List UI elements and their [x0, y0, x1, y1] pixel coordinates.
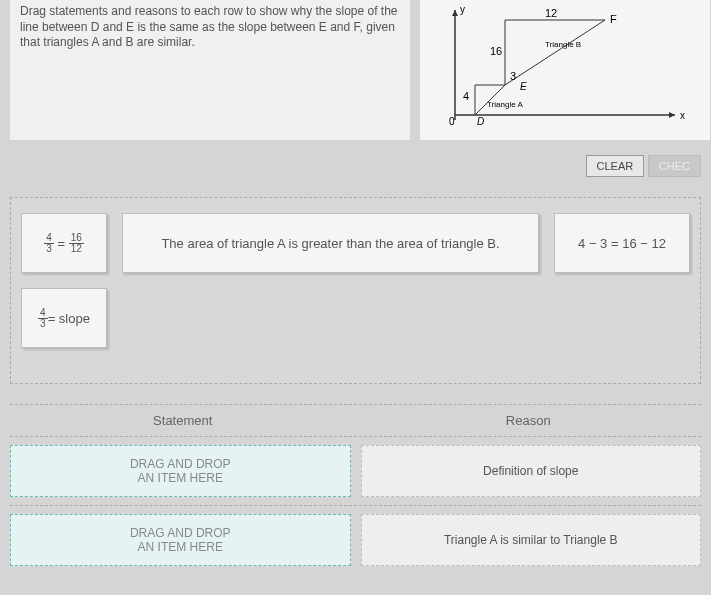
instruction-text: Drag statements and reasons to each row …: [10, 0, 410, 140]
svg-marker-1: [669, 112, 675, 118]
origin: 0: [449, 116, 455, 127]
svg-marker-3: [452, 10, 458, 16]
proof-table: Statement Reason DRAG AND DROP AN ITEM H…: [10, 404, 701, 574]
svg-line-9: [505, 20, 605, 85]
num-3: 3: [510, 70, 516, 82]
tile-area-greater[interactable]: The area of triangle A is greater than t…: [122, 213, 539, 273]
tiles-bank: 43 = 1612 The area of triangle A is grea…: [10, 197, 701, 384]
point-e: E: [520, 81, 527, 92]
point-f: F: [610, 13, 617, 25]
statement-drop-2[interactable]: DRAG AND DROP AN ITEM HERE: [10, 514, 351, 566]
tile-slope[interactable]: 43 = slope: [21, 288, 107, 348]
clear-button[interactable]: CLEAR: [586, 155, 645, 177]
tile-fraction-equals[interactable]: 43 = 1612: [21, 213, 107, 273]
check-button[interactable]: CHEC: [648, 155, 701, 177]
point-d: D: [477, 116, 484, 127]
tile-subtraction-eq[interactable]: 4 − 3 = 16 − 12: [554, 213, 690, 273]
reason-header: Reason: [356, 405, 702, 436]
diagram: y x 12 F 16 3 E 4 D 0 Triangle A Triangl…: [420, 0, 710, 140]
num-16: 16: [490, 45, 502, 57]
reason-cell-1[interactable]: Definition of slope: [361, 445, 702, 497]
statement-drop-1[interactable]: DRAG AND DROP AN ITEM HERE: [10, 445, 351, 497]
num-12: 12: [545, 7, 557, 19]
reason-cell-2[interactable]: Triangle A is similar to Triangle B: [361, 514, 702, 566]
triangle-b-label: Triangle B: [545, 40, 581, 49]
statement-header: Statement: [10, 405, 356, 436]
triangle-a-label: Triangle A: [487, 100, 523, 109]
y-axis-label: y: [460, 5, 465, 15]
num-4: 4: [463, 90, 469, 102]
x-axis-label: x: [680, 110, 685, 121]
